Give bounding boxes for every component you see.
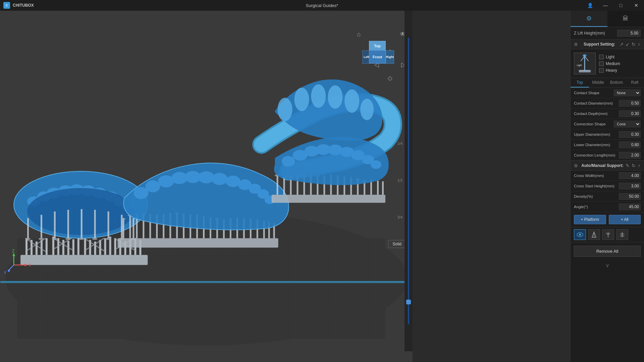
- collapse-support-btn[interactable]: ∧: [638, 42, 641, 47]
- svg-line-168: [606, 233, 608, 235]
- contact-shape-select[interactable]: None Sphere Flat: [614, 89, 641, 96]
- slider-track: [408, 38, 409, 324]
- svg-rect-125: [382, 181, 384, 195]
- titlebar-left: C CHITUBOX: [0, 2, 34, 9]
- connection-shape-select[interactable]: Cone Cylinder: [614, 121, 641, 127]
- svg-point-63: [92, 238, 98, 240]
- settings-icon: ⚙: [586, 15, 592, 22]
- contact-depth-input[interactable]: [619, 110, 641, 117]
- support-type-1-btn[interactable]: [588, 229, 600, 240]
- layer-slider[interactable]: [405, 11, 413, 351]
- density-label: Density(%): [574, 194, 593, 198]
- collapse-auto-btn[interactable]: ∧: [638, 163, 641, 168]
- icon-buttons-row: [571, 227, 644, 242]
- tab-raft[interactable]: Raft: [626, 78, 644, 87]
- connection-length-label: Connection Length(mm): [574, 153, 615, 157]
- medium-option[interactable]: Medium: [599, 61, 620, 66]
- auto-manual-label: Auto/Manual Support:: [581, 163, 623, 168]
- visibility-icon-btn[interactable]: [574, 229, 586, 240]
- heavy-option[interactable]: Heavy: [599, 68, 620, 73]
- support-setting-icons: ↗ ↙ ↻ ∧: [620, 42, 641, 47]
- support-type-2-btn[interactable]: [602, 229, 614, 240]
- svg-point-140: [294, 88, 309, 111]
- app-name: CHITUBOX: [13, 3, 34, 8]
- svg-text:Z: Z: [12, 249, 14, 253]
- cube-right-face[interactable]: Right: [386, 50, 394, 64]
- light-checkbox[interactable]: [599, 55, 604, 59]
- panel-header: ⚙ 🏛: [571, 11, 644, 27]
- connection-length-input[interactable]: [619, 152, 641, 159]
- tab-bottom[interactable]: Bottom: [607, 78, 626, 87]
- auto-reset-icon[interactable]: ↻: [632, 163, 636, 168]
- svg-point-141: [311, 84, 326, 108]
- contact-depth-label: Contact Depth(mm): [574, 112, 607, 116]
- rotate-down-button[interactable]: ◇: [388, 74, 392, 82]
- tab-settings[interactable]: ⚙: [571, 11, 607, 27]
- reset-icon[interactable]: ↻: [632, 42, 636, 47]
- tab-top[interactable]: Top: [571, 78, 589, 87]
- light-option[interactable]: Light: [599, 55, 620, 59]
- support-preview-image: Light: [574, 53, 596, 74]
- titlebar-controls: 👤 — □ ✕: [582, 0, 644, 11]
- contact-shape-row: Contact Shape None Sphere Flat: [571, 88, 644, 98]
- svg-rect-9: [46, 238, 48, 255]
- medium-checkbox[interactable]: [599, 61, 604, 66]
- svg-rect-8: [41, 240, 43, 255]
- svg-rect-54: [94, 210, 96, 238]
- support-setting-label: Support Setting:: [584, 42, 615, 47]
- user-icon-btn[interactable]: 👤: [582, 0, 598, 11]
- close-button[interactable]: ✕: [629, 0, 644, 11]
- platform-button[interactable]: + Platform: [574, 215, 606, 224]
- minimize-button[interactable]: —: [598, 0, 613, 11]
- cube-top-face[interactable]: Top: [369, 41, 386, 51]
- svg-rect-68: [122, 218, 124, 238]
- cube-front-face[interactable]: Front: [369, 50, 386, 64]
- support-tabs-row: Top Middle Bottom Raft: [571, 78, 644, 88]
- export-icon[interactable]: ↗: [620, 42, 624, 47]
- cross-start-height-input[interactable]: [619, 183, 641, 189]
- slider-label-three-quarter: 3/4: [397, 215, 402, 219]
- medium-label: Medium: [606, 61, 620, 66]
- svg-rect-124: [377, 181, 379, 195]
- tab-middle[interactable]: Middle: [589, 78, 607, 87]
- edit-icon[interactable]: ✎: [626, 163, 630, 168]
- density-input[interactable]: [619, 193, 641, 200]
- view-cube[interactable]: Top Left Front Right: [362, 38, 392, 68]
- svg-text:Y: Y: [4, 270, 6, 275]
- support-cross-icon: [619, 231, 626, 238]
- slider-label-half: 1/2: [397, 178, 402, 182]
- svg-point-139: [278, 98, 292, 121]
- collapse-panel-btn[interactable]: ∨: [605, 262, 609, 268]
- angle-row: Angle(°): [571, 202, 644, 212]
- svg-point-164: [579, 234, 581, 236]
- connection-shape-label: Connection Shape: [574, 122, 606, 126]
- z-lift-input[interactable]: [617, 30, 641, 37]
- svg-rect-50: [41, 215, 42, 238]
- import-icon[interactable]: ↙: [626, 42, 630, 47]
- support-cone-icon: [591, 231, 597, 238]
- svg-rect-108: [272, 195, 385, 203]
- remove-all-button[interactable]: Remove All: [574, 246, 641, 257]
- svg-rect-20: [104, 238, 106, 255]
- svg-rect-15: [77, 238, 79, 255]
- support-preview-section: Light Light Medium Heavy: [571, 49, 644, 78]
- home-view-button[interactable]: ⌂: [357, 31, 361, 38]
- svg-text:X: X: [29, 263, 31, 267]
- auto-manual-icon: ⚙: [574, 163, 578, 168]
- support-type-3-btn[interactable]: [616, 229, 628, 240]
- all-button[interactable]: + All: [609, 215, 641, 224]
- collapse-section: ∨: [571, 260, 644, 270]
- upper-diameter-input[interactable]: [619, 131, 641, 138]
- svg-rect-67: [118, 238, 278, 248]
- solid-view-button[interactable]: Solid: [388, 240, 406, 248]
- contact-diameter-input[interactable]: [619, 100, 641, 107]
- slider-thumb[interactable]: [406, 300, 411, 304]
- remove-all-section: Remove All: [571, 242, 644, 260]
- tab-library[interactable]: 🏛: [607, 11, 644, 27]
- lower-diameter-input[interactable]: [619, 141, 641, 148]
- maximize-button[interactable]: □: [613, 0, 629, 11]
- angle-input[interactable]: [619, 203, 641, 210]
- svg-rect-4: [20, 255, 148, 265]
- heavy-checkbox[interactable]: [599, 68, 604, 73]
- cross-width-input[interactable]: [619, 172, 641, 179]
